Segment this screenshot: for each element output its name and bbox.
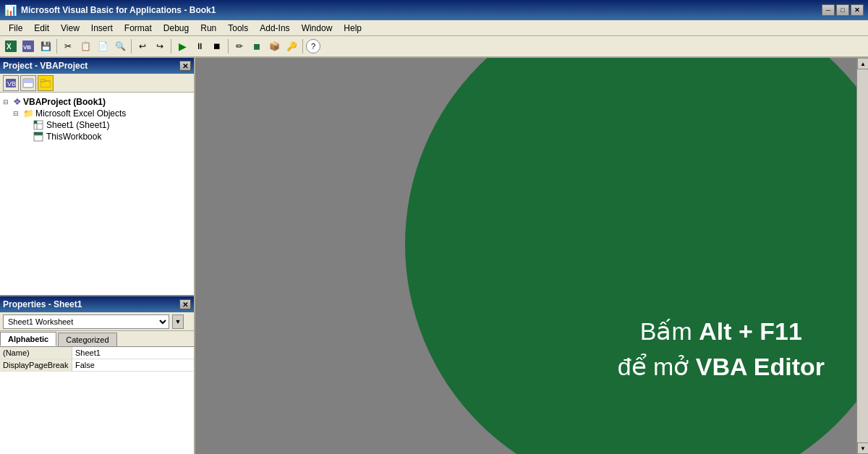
menu-format[interactable]: Format [119, 22, 158, 35]
toolbar-find-button[interactable]: 🔍 [112, 38, 128, 54]
title-bar: 📊 Microsoft Visual Basic for Application… [0, 0, 868, 20]
toolbar-cut-button[interactable]: ✂ [60, 38, 76, 54]
menu-file[interactable]: File [3, 22, 28, 35]
expand-icon-2: ⊟ [13, 110, 22, 117]
project-close-button[interactable]: ✕ [179, 61, 191, 71]
toolbar-sep-4 [228, 39, 229, 53]
scroll-up-button[interactable]: ▲ [857, 58, 868, 69]
overlay-line1-bold: Alt + F11 [699, 317, 802, 345]
overlay-line2-bold: VBA Editor [696, 353, 825, 380]
properties-close-button[interactable]: ✕ [179, 299, 191, 309]
prop-displaypagebreak-value[interactable]: False [72, 359, 194, 371]
prop-name-value[interactable]: Sheet1 [72, 347, 194, 359]
toolbar-pause-button[interactable]: ⏸ [192, 38, 208, 54]
overlay-text-block: Bấm Alt + F11 để mở VBA Editor [618, 317, 825, 382]
menu-edit[interactable]: Edit [28, 22, 55, 35]
vbaproject-icon: ❖ [13, 96, 22, 107]
green-overlay [405, 58, 868, 454]
toolbar-copy-button[interactable]: 📋 [77, 38, 93, 54]
view-code-button[interactable]: VB [3, 75, 19, 91]
menu-addins[interactable]: Add-Ins [254, 22, 295, 35]
vbaproject-label: VBAProject (Book1) [23, 97, 106, 107]
project-titlebar: Project - VBAProject ✕ [0, 58, 194, 74]
dropdown-button[interactable]: ▼ [172, 314, 184, 329]
toolbar-help-button[interactable]: ? [306, 39, 320, 53]
toolbar-run-button[interactable]: ▶ [174, 38, 190, 54]
tree-item-thisworkbook[interactable]: ThisWorkbook [1, 131, 192, 142]
toolbar-userform-button[interactable]: ◼ [249, 38, 265, 54]
svg-rect-13 [34, 121, 37, 124]
folder-icon: 📁 [23, 108, 34, 119]
menu-window[interactable]: Window [296, 22, 339, 35]
project-toolbar: VB [0, 74, 194, 93]
menu-debug[interactable]: Debug [158, 22, 195, 35]
properties-object-select-bar: Sheet1 Worksheet ▼ [0, 312, 194, 331]
props-row-name: (Name) Sheet1 [0, 347, 194, 359]
toolbar-vba-icon[interactable]: VB [20, 38, 36, 54]
toolbar-sep-3 [171, 39, 171, 53]
tab-alphabetic[interactable]: Alphabetic [0, 332, 56, 346]
toolbar-sep-1 [56, 39, 57, 53]
toolbar-stop-button[interactable]: ⏹ [209, 38, 225, 54]
sheet1-label: Sheet1 (Sheet1) [46, 120, 109, 130]
right-scrollbar[interactable]: ▲ ▼ [856, 58, 868, 454]
sheet-icon [33, 120, 43, 130]
properties-tabs: Alphabetic Categorized [0, 331, 194, 347]
maximize-button[interactable]: □ [836, 4, 849, 16]
view-object-button[interactable] [20, 75, 36, 91]
expand-icon: ⊟ [3, 98, 12, 106]
project-title: Project - VBAProject [3, 61, 88, 71]
object-select[interactable]: Sheet1 Worksheet [3, 314, 169, 329]
toolbar-sep-5 [302, 39, 303, 53]
right-area: Bấm Alt + F11 để mở VBA Editor ▲ ▼ [195, 58, 868, 454]
main-toolbar: X VB 💾 ✂ 📋 📄 🔍 ↩ ↪ ▶ ⏸ ⏹ ✏ ◼ 📦 🔑 ? [0, 36, 868, 58]
svg-rect-7 [24, 80, 33, 83]
menu-bar: File Edit View Insert Format Debug Run T… [0, 20, 868, 36]
close-button[interactable]: ✕ [851, 4, 864, 16]
overlay-line2: để mở VBA Editor [618, 352, 825, 382]
tab-categorized[interactable]: Categorized [58, 333, 116, 346]
menu-view[interactable]: View [55, 22, 85, 35]
properties-titlebar: Properties - Sheet1 ✕ [0, 296, 194, 312]
menu-help[interactable]: Help [338, 22, 367, 35]
toggle-folders-button[interactable] [38, 75, 54, 91]
toolbar-paste-button[interactable]: 📄 [95, 38, 111, 54]
project-tree: ⊟ ❖ VBAProject (Book1) ⊟ 📁 Microsoft Exc… [0, 93, 194, 295]
properties-title: Properties - Sheet1 [3, 299, 82, 309]
overlay-line1-normal: Bấm [640, 317, 699, 345]
svg-text:VB: VB [23, 44, 31, 51]
main-layout: Project - VBAProject ✕ VB [0, 58, 868, 454]
overlay-line2-normal: để mở [618, 353, 696, 380]
thisworkbook-label: ThisWorkbook [46, 132, 101, 142]
menu-run[interactable]: Run [195, 22, 222, 35]
prop-name-label: (Name) [0, 347, 72, 359]
prop-displaypagebreak-label: DisplayPageBreak [0, 359, 72, 371]
tree-item-excel-objects[interactable]: ⊟ 📁 Microsoft Excel Objects [1, 108, 192, 119]
menu-insert[interactable]: Insert [85, 22, 119, 35]
toolbar-excel-icon[interactable]: X [3, 38, 19, 54]
project-panel: Project - VBAProject ✕ VB [0, 58, 194, 296]
tree-item-vbaproject[interactable]: ⊟ ❖ VBAProject (Book1) [1, 95, 192, 108]
menu-tools[interactable]: Tools [222, 22, 254, 35]
svg-text:X: X [7, 43, 12, 51]
scroll-track [857, 69, 868, 442]
window-controls: ─ □ ✕ [822, 4, 864, 16]
toolbar-undo-button[interactable]: ↩ [135, 38, 150, 54]
toolbar-object-button[interactable]: 📦 [266, 38, 282, 54]
props-row-displaypagebreak: DisplayPageBreak False [0, 359, 194, 372]
app-icon: 📊 [4, 4, 17, 16]
toolbar-save-button[interactable]: 💾 [38, 38, 54, 54]
tree-item-sheet1[interactable]: Sheet1 (Sheet1) [1, 119, 192, 131]
window-title: Microsoft Visual Basic for Applications … [21, 5, 817, 15]
toolbar-prop-button[interactable]: 🔑 [284, 38, 299, 54]
left-panel: Project - VBAProject ✕ VB [0, 58, 195, 454]
workbook-icon [33, 132, 43, 142]
scroll-down-button[interactable]: ▼ [857, 442, 868, 454]
properties-grid: (Name) Sheet1 DisplayPageBreak False [0, 347, 194, 454]
minimize-button[interactable]: ─ [822, 4, 835, 16]
properties-panel: Properties - Sheet1 ✕ Sheet1 Worksheet ▼… [0, 296, 194, 454]
overlay-line1: Bấm Alt + F11 [618, 317, 825, 346]
toolbar-design-button[interactable]: ✏ [231, 38, 247, 54]
toolbar-redo-button[interactable]: ↪ [152, 38, 168, 54]
toolbar-sep-2 [131, 39, 132, 53]
